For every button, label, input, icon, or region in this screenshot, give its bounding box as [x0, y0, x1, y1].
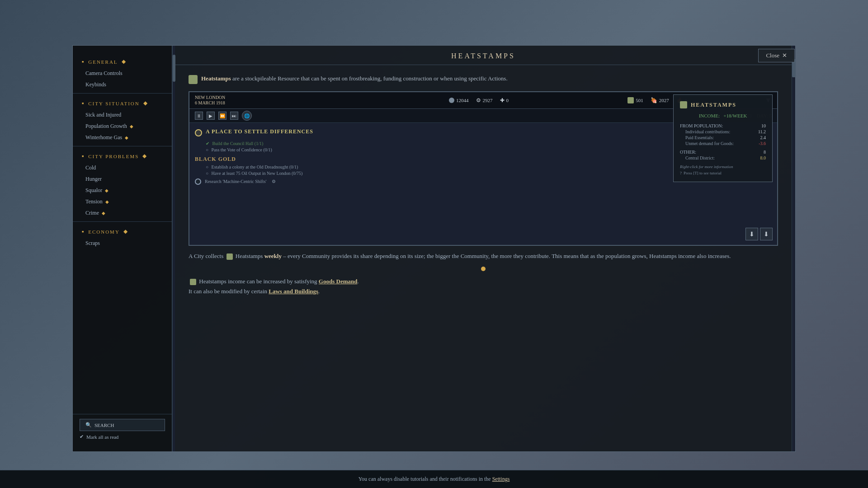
- divider-2: [73, 146, 172, 146]
- sidebar-scrollbar[interactable]: [172, 46, 175, 451]
- intro-section: Heatstamps are a stockpileable Resource …: [189, 74, 778, 84]
- event-icon-settle: [195, 129, 202, 136]
- divider-1: [73, 93, 172, 94]
- research-icon: [195, 178, 201, 185]
- popup-essentials: Paid Essentials: 2.4: [680, 135, 766, 141]
- search-bar[interactable]: 🔍 SEARCH: [80, 419, 165, 431]
- general-diamond: ◆: [122, 58, 127, 65]
- population-growth-diamond: ◆: [130, 124, 133, 129]
- heatstamps-popup: HEATSTAMPS INCOME: +18/WEEK FROM POPULAT…: [673, 94, 773, 182]
- body-weekly: A City collects Heatstamps weekly – ever…: [189, 251, 778, 261]
- body-goods: Heatstamps income can be increased by sa…: [189, 277, 778, 296]
- popup-central: Central District: 8.0: [680, 155, 766, 161]
- economy-diamond: ◆: [123, 228, 128, 235]
- game-main: A PLACE TO SETTLE DIFFERENCES ✔ Build th…: [189, 123, 777, 245]
- circle-icon-3: ○: [206, 171, 208, 176]
- goods-link: Goods Demand: [319, 278, 358, 285]
- content-scroll[interactable]: Heatstamps are a stockpileable Resource …: [175, 65, 792, 451]
- fast-btn[interactable]: ⏩: [218, 112, 226, 120]
- content-area: HEATSTAMPS Heatstamps are a stockpileabl…: [175, 46, 792, 451]
- popup-essentials-val: 2.4: [760, 135, 766, 140]
- popup-individual-val: 11.2: [758, 129, 766, 134]
- popup-central-val: 8.0: [760, 155, 766, 160]
- heatstamps-icon-body: [226, 253, 233, 260]
- hud-location: NEW LONDON 6 MARCH 1918: [195, 95, 225, 106]
- laws-link: Laws and Buildings: [269, 288, 318, 295]
- sidebar-item-population-growth[interactable]: Population Growth ◆: [73, 121, 172, 132]
- bottom-text: You can always disable tutorials and the…: [359, 476, 491, 483]
- sidebar-item-camera-controls[interactable]: Camera Controls: [73, 68, 172, 79]
- nav-arrows: ⬇ ⬇: [745, 228, 773, 240]
- panel-body: GENERAL ◆ Camera Controls Keybinds CITY …: [73, 46, 795, 451]
- weekly-bold: weekly: [264, 253, 282, 259]
- page-title: HEATSTAMPS: [175, 46, 792, 65]
- intro-text: are a stockpileable Resource that can be…: [232, 75, 508, 82]
- sidebar-section-city-problems: CITY PROBLEMS ◆: [73, 149, 172, 162]
- sidebar-item-scraps[interactable]: Scraps: [73, 238, 172, 249]
- sidebar-item-cold[interactable]: Cold: [73, 162, 172, 174]
- sidebar-footer: 🔍 SEARCH ✔ Mark all as read: [73, 414, 172, 447]
- popup-individual: Individual contributions: 11.2: [680, 129, 766, 135]
- faster-btn[interactable]: ⏭: [230, 112, 238, 120]
- globe-btn[interactable]: 🌐: [242, 111, 252, 121]
- city-problems-diamond: ◆: [142, 153, 147, 160]
- pause-btn[interactable]: ⏸: [195, 112, 203, 120]
- research-label: Research 'Machine-Centric Shifts': [205, 179, 266, 184]
- sidebar-item-sick-and-injured[interactable]: Sick and Injured: [73, 109, 172, 121]
- popup-other: OTHER: 8: [680, 149, 766, 155]
- crime-diamond: ◆: [102, 211, 105, 216]
- tension-diamond: ◆: [105, 199, 109, 204]
- sidebar-item-winterhome-gas[interactable]: Winterhome Gas ◆: [73, 132, 172, 143]
- sidebar-item-squalor[interactable]: Squalor ◆: [73, 185, 172, 196]
- mark-all-read[interactable]: ✔ Mark all as read: [80, 431, 165, 442]
- game-screenshot: NEW LONDON 6 MARCH 1918 12044 ⚙ 2927 ✚: [189, 91, 778, 246]
- heatstamps-hud-icon: [627, 97, 634, 103]
- sidebar-item-keybinds[interactable]: Keybinds: [73, 79, 172, 90]
- sidebar-item-hunger[interactable]: Hunger: [73, 174, 172, 185]
- divider-3: [73, 221, 172, 222]
- squalor-diamond: ◆: [105, 188, 108, 193]
- hud-stat-food: 🍖 2027: [651, 97, 669, 104]
- popup-hint: Right-click for more information: [680, 164, 766, 169]
- popup-income-value: +18/WEEK: [723, 113, 747, 118]
- circle-icon-2: ○: [206, 164, 208, 169]
- sidebar-item-crime[interactable]: Crime ◆: [73, 207, 172, 219]
- food-icon: 🍖: [651, 97, 657, 104]
- close-label: Close: [766, 52, 779, 59]
- popup-unmet-val: -3.6: [759, 141, 766, 146]
- city-situation-diamond: ◆: [143, 100, 148, 107]
- settings-link[interactable]: Settings: [492, 476, 510, 483]
- content-scrollbar[interactable]: [792, 46, 795, 451]
- circle-icon-1: ○: [206, 147, 208, 152]
- play-btn[interactable]: ▶: [207, 112, 215, 120]
- bottom-bar: You can always disable tutorials and the…: [0, 470, 868, 488]
- hud-stat-population: 12044: [449, 98, 469, 103]
- heatstamps-icon-body2: [190, 279, 196, 285]
- popup-heatstamps-icon: [680, 101, 687, 108]
- heatstamps-icon-intro: [189, 75, 198, 84]
- heatstamps-bold: Heatstamps: [201, 75, 231, 82]
- progress-dot: [481, 267, 486, 271]
- research-gear-icon: ⚙: [272, 179, 276, 184]
- popup-from-population: FROM POPULATION: 10: [680, 123, 766, 129]
- check-icon-1: ✔: [206, 141, 209, 146]
- sidebar-section-city-situation: CITY SITUATION ◆: [73, 96, 172, 109]
- nav-prev[interactable]: ⬇: [745, 228, 758, 240]
- search-icon: 🔍: [85, 422, 92, 428]
- event-title-settle: A PLACE TO SETTLE DIFFERENCES: [206, 128, 313, 135]
- search-label: SEARCH: [94, 422, 114, 428]
- nav-next[interactable]: ⬇: [760, 228, 773, 240]
- hud-stat-sick: ✚ 0: [500, 97, 509, 104]
- close-button[interactable]: Close ✕: [758, 49, 795, 62]
- popup-title: HEATSTAMPS: [680, 101, 766, 108]
- popup-income: INCOME: +18/WEEK: [680, 113, 766, 118]
- popup-other-total: 8: [764, 150, 766, 155]
- sidebar: GENERAL ◆ Camera Controls Keybinds CITY …: [73, 46, 172, 451]
- sidebar-scroll[interactable]: GENERAL ◆ Camera Controls Keybinds CITY …: [73, 46, 172, 414]
- popup-tutorial: ? Press [T] to see tutorial: [680, 171, 766, 175]
- population-icon: [449, 98, 454, 103]
- sidebar-item-tension[interactable]: Tension ◆: [73, 196, 172, 207]
- popup-pop-value: 10: [761, 123, 766, 128]
- sidebar-section-general: GENERAL ◆: [73, 55, 172, 68]
- winterhome-gas-diamond: ◆: [125, 135, 128, 140]
